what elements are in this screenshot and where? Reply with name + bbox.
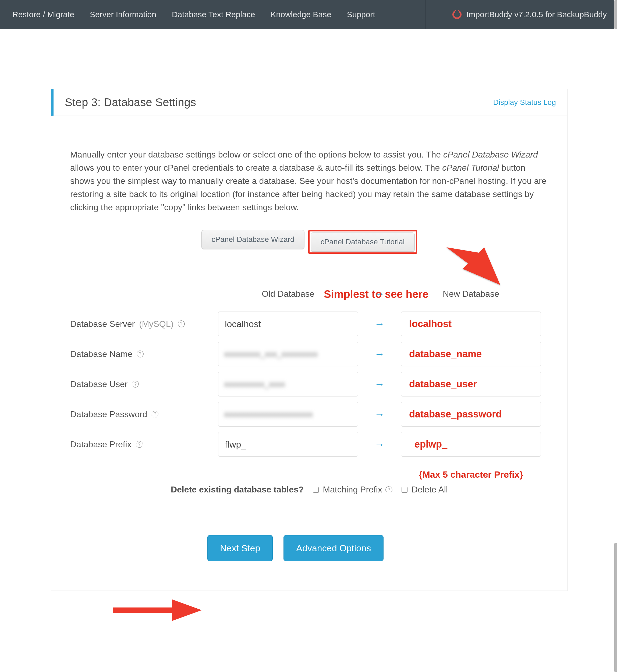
copy-arrow[interactable]: → bbox=[363, 378, 396, 390]
nav-text-replace[interactable]: Database Text Replace bbox=[172, 10, 255, 19]
footer-buttons: Next Step Advanced Options bbox=[70, 535, 549, 561]
intro-em-wizard: cPanel Database Wizard bbox=[443, 150, 538, 159]
nav-support[interactable]: Support bbox=[347, 10, 375, 19]
intro-text: Manually enter your database settings be… bbox=[70, 150, 443, 159]
label-db-server: Database Server bbox=[70, 319, 135, 329]
label-db-password: Database Password bbox=[70, 409, 147, 419]
next-step-button[interactable]: Next Step bbox=[207, 535, 273, 561]
brand-label: ImportBuddy v7.2.0.5 for BackupBuddy bbox=[452, 0, 607, 29]
page-title: Step 3: Database Settings bbox=[65, 96, 196, 109]
delete-all-label: Delete All bbox=[412, 484, 448, 494]
help-icon[interactable]: ? bbox=[132, 381, 139, 388]
nav-separator bbox=[425, 0, 426, 29]
old-db-name-input[interactable] bbox=[218, 342, 358, 366]
intro-text: allows you to enter your cPanel credenti… bbox=[70, 163, 442, 173]
divider bbox=[70, 265, 549, 265]
new-db-prefix-input[interactable] bbox=[401, 432, 541, 457]
scrollbar[interactable] bbox=[614, 0, 617, 672]
old-database-header: Old Database bbox=[218, 289, 358, 299]
label-db-name: Database Name bbox=[70, 349, 132, 359]
top-nav: Restore / Migrate Server Information Dat… bbox=[0, 0, 614, 29]
old-db-password-input[interactable] bbox=[218, 402, 358, 426]
annotation-prefix-note: {Max 5 character Prefix} bbox=[401, 469, 541, 480]
intro-em-tutorial: cPanel Tutorial bbox=[442, 163, 499, 173]
intro-paragraph: Manually enter your database settings be… bbox=[51, 116, 567, 222]
matching-prefix-label: Matching Prefix bbox=[323, 484, 382, 494]
matching-prefix-checkbox[interactable] bbox=[313, 487, 319, 493]
delete-all-option[interactable]: Delete All bbox=[401, 484, 448, 494]
nav-server-info[interactable]: Server Information bbox=[90, 10, 156, 19]
new-db-user-input[interactable] bbox=[401, 372, 541, 396]
new-database-header: New Database bbox=[401, 289, 541, 299]
database-settings-grid: Old Database → New Database Database Ser… bbox=[70, 279, 549, 489]
annotation-arrow-icon bbox=[113, 597, 202, 624]
label-db-prefix: Database Prefix bbox=[70, 439, 132, 449]
brand-text: ImportBuddy v7.2.0.5 for BackupBuddy bbox=[466, 10, 607, 19]
copy-arrow[interactable]: → bbox=[363, 409, 396, 420]
help-icon[interactable]: ? bbox=[137, 351, 144, 357]
card-header: Step 3: Database Settings Display Status… bbox=[51, 89, 567, 116]
advanced-options-button[interactable]: Advanced Options bbox=[283, 535, 384, 561]
settings-card: Step 3: Database Settings Display Status… bbox=[51, 89, 568, 591]
label-db-user: Database User bbox=[70, 379, 128, 389]
old-db-server-input[interactable] bbox=[218, 312, 358, 336]
display-status-log-link[interactable]: Display Status Log bbox=[493, 98, 556, 107]
help-icon[interactable]: ? bbox=[385, 486, 392, 493]
cpanel-database-wizard-button[interactable]: cPanel Database Wizard bbox=[201, 230, 304, 249]
nav-knowledge-base[interactable]: Knowledge Base bbox=[271, 10, 331, 19]
new-db-server-input[interactable] bbox=[401, 312, 541, 336]
copy-arrow[interactable]: → bbox=[363, 439, 396, 450]
copy-arrow[interactable]: → bbox=[363, 318, 396, 330]
new-db-password-input[interactable] bbox=[401, 402, 541, 426]
delete-all-checkbox[interactable] bbox=[402, 487, 407, 493]
matching-prefix-option[interactable]: Matching Prefix ? bbox=[312, 484, 392, 494]
new-db-name-input[interactable] bbox=[401, 342, 541, 366]
importbuddy-icon bbox=[450, 8, 463, 21]
help-icon[interactable]: ? bbox=[136, 441, 143, 448]
old-db-prefix-input[interactable] bbox=[218, 432, 358, 457]
delete-question: Delete existing database tables? bbox=[171, 484, 303, 494]
scrollbar-thumb[interactable] bbox=[614, 0, 617, 29]
scrollbar-thumb[interactable] bbox=[614, 543, 617, 672]
wizard-button-row: cPanel Database Wizard cPanel Database T… bbox=[51, 230, 567, 252]
label-mysql: (MySQL) bbox=[139, 319, 174, 329]
nav-restore-migrate[interactable]: Restore / Migrate bbox=[12, 10, 74, 19]
annotation-highlight-box: cPanel Database Tutorial bbox=[308, 230, 417, 254]
help-icon[interactable]: ? bbox=[178, 320, 185, 327]
arrow-icon: → bbox=[363, 288, 396, 300]
delete-existing-row: Delete existing database tables? Matchin… bbox=[70, 484, 549, 494]
old-db-user-input[interactable] bbox=[218, 372, 358, 396]
svg-marker-1 bbox=[113, 599, 202, 621]
help-icon[interactable]: ? bbox=[152, 411, 158, 418]
copy-arrow[interactable]: → bbox=[363, 348, 396, 360]
cpanel-database-tutorial-button[interactable]: cPanel Database Tutorial bbox=[311, 233, 415, 251]
